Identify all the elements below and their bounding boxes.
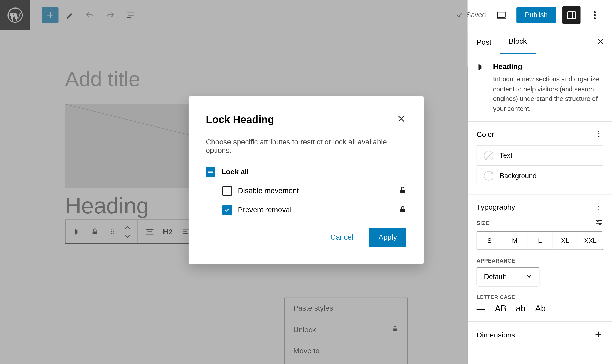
lock-all-checkbox[interactable] — [206, 167, 215, 177]
close-sidebar-button[interactable] — [596, 37, 605, 47]
lettercase-upper-button[interactable]: AB — [495, 304, 506, 314]
typography-section-title: Typography — [477, 203, 515, 212]
tab-block[interactable]: Block — [500, 30, 535, 54]
settings-sidebar-toggle[interactable] — [562, 6, 580, 24]
saved-label: Saved — [466, 11, 486, 19]
typography-options-icon[interactable] — [594, 202, 603, 213]
svg-point-12 — [594, 17, 596, 19]
modal-title: Lock Heading — [206, 114, 274, 126]
svg-point-33 — [598, 136, 599, 137]
prevent-removal-checkbox[interactable] — [222, 205, 232, 215]
svg-point-34 — [598, 204, 599, 205]
size-s-button[interactable]: S — [477, 232, 502, 250]
publish-button[interactable]: Publish — [516, 7, 556, 23]
background-color-button[interactable]: Background — [477, 165, 603, 186]
color-section-title: Color — [477, 130, 494, 139]
lettercase-none-button[interactable]: — — [477, 304, 485, 314]
text-color-button[interactable]: Text — [477, 146, 603, 165]
add-dimension-icon[interactable] — [594, 330, 603, 341]
color-options-icon[interactable] — [594, 130, 603, 140]
appearance-label: APPEARANCE — [477, 258, 515, 264]
cancel-button[interactable]: Cancel — [324, 228, 360, 247]
lettercase-cap-button[interactable]: Ab — [535, 304, 546, 314]
svg-point-38 — [597, 220, 599, 221]
appearance-select[interactable]: Default — [477, 267, 539, 286]
modal-overlay — [0, 0, 468, 30]
size-settings-icon[interactable] — [594, 218, 603, 228]
preview-button[interactable] — [492, 6, 510, 24]
svg-rect-8 — [568, 11, 575, 18]
lock-all-label: Lock all — [221, 168, 249, 176]
lettercase-lower-button[interactable]: ab — [516, 304, 525, 314]
size-m-button[interactable]: M — [502, 232, 527, 250]
prevent-removal-label: Prevent removal — [238, 206, 292, 215]
more-options-button[interactable] — [587, 7, 603, 23]
text-color-swatch — [484, 151, 493, 160]
chevron-down-icon — [526, 273, 532, 281]
tab-post[interactable]: Post — [468, 30, 500, 54]
svg-point-35 — [598, 206, 599, 207]
block-info-title: Heading — [493, 62, 603, 71]
dimensions-section-title: Dimensions — [477, 331, 515, 340]
size-xxl-button[interactable]: XXL — [577, 232, 603, 250]
size-l-button[interactable]: L — [527, 232, 552, 250]
lock-modal: Lock Heading Choose specific attributes … — [189, 96, 424, 264]
heading-block-icon — [477, 62, 486, 72]
svg-rect-46 — [400, 209, 405, 212]
size-label: SIZE — [477, 220, 489, 226]
apply-button[interactable]: Apply — [369, 228, 406, 247]
svg-point-10 — [594, 11, 596, 13]
svg-point-31 — [598, 131, 599, 132]
block-info-desc: Introduce new sections and organize cont… — [493, 75, 603, 114]
lettercase-label: LETTER CASE — [477, 294, 515, 300]
svg-point-11 — [594, 14, 596, 16]
svg-point-36 — [598, 209, 599, 210]
svg-rect-45 — [400, 190, 405, 193]
disable-movement-checkbox[interactable] — [222, 186, 232, 196]
background-color-swatch — [484, 171, 493, 181]
disable-movement-label: Disable movement — [238, 187, 299, 195]
lock-icon — [399, 205, 406, 215]
unlock-icon — [399, 186, 406, 196]
svg-point-32 — [598, 133, 599, 134]
modal-close-button[interactable] — [396, 114, 406, 126]
svg-point-40 — [599, 223, 601, 225]
size-xl-button[interactable]: XL — [552, 232, 578, 250]
svg-rect-6 — [497, 12, 505, 17]
modal-desc: Choose specific attributes to restrict o… — [206, 138, 406, 155]
